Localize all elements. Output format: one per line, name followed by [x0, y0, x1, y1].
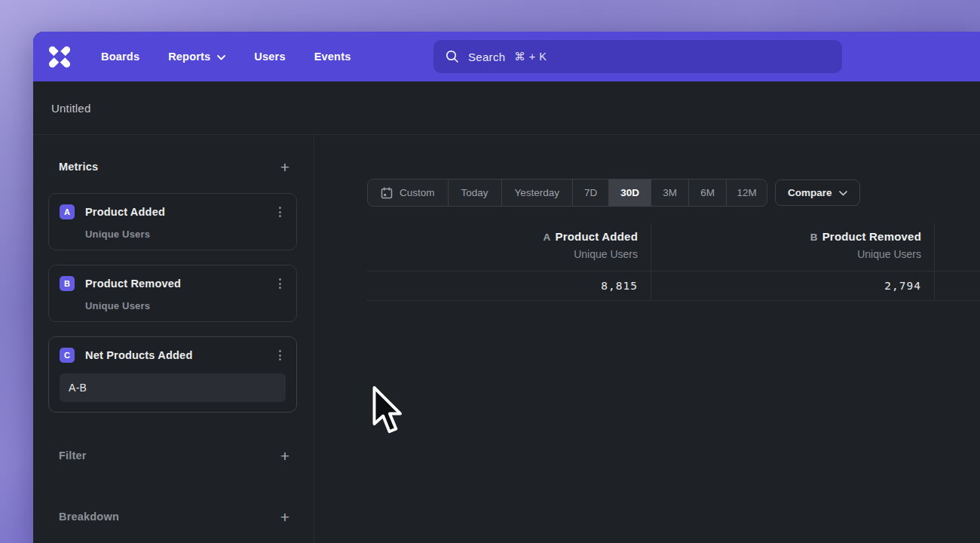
column-name: Product Removed	[822, 230, 921, 243]
add-metric-button[interactable]: +	[280, 159, 289, 175]
range-30d-button[interactable]: 30D	[608, 179, 651, 206]
page-header: Untitled	[33, 81, 980, 135]
add-filter-button[interactable]: +	[280, 448, 289, 464]
search-placeholder: Search	[468, 51, 505, 63]
query-sidebar: Metrics + A Product Added Unique Users B…	[33, 135, 314, 543]
range-today-button[interactable]: Today	[448, 179, 501, 206]
metric-menu-icon[interactable]	[274, 204, 286, 220]
range-7d-button[interactable]: 7D	[572, 179, 608, 206]
table-header-col-a[interactable]: AProduct Added Unique Users	[367, 223, 651, 271]
nav-item-label: Events	[314, 51, 351, 63]
mixpanel-logo-icon[interactable]	[48, 45, 71, 68]
range-3m-button[interactable]: 3M	[651, 179, 688, 206]
nav-item-label: Reports	[168, 51, 210, 63]
metric-letter-badge: A	[60, 204, 75, 219]
app-window: Boards Reports Users Events Search ⌘ + K	[33, 32, 980, 543]
page-title[interactable]: Untitled	[51, 102, 90, 115]
column-subtitle: Unique Users	[651, 248, 921, 260]
calendar-icon	[381, 187, 393, 199]
metrics-section-label: Metrics	[59, 161, 98, 173]
filter-section-label: Filter	[59, 449, 87, 462]
nav-item-label: Boards	[101, 51, 139, 63]
desktop-backdrop: Boards Reports Users Events Search ⌘ + K	[0, 0, 980, 543]
date-range-segmented-control: Custom Today Yesterday 7D 30D 3M 6M 12M	[367, 179, 767, 207]
table-value-col-b[interactable]: 2,794	[651, 271, 935, 301]
column-prefix: B	[810, 232, 818, 243]
breakdown-section-header: Breakdown +	[48, 505, 297, 529]
metric-menu-icon[interactable]	[274, 347, 286, 364]
range-custom-button[interactable]: Custom	[368, 179, 448, 206]
report-main-area: Custom Today Yesterday 7D 30D 3M 6M 12M …	[314, 135, 980, 543]
search-shortcut: ⌘ + K	[514, 51, 547, 63]
metrics-section-header: Metrics +	[48, 155, 297, 179]
metric-card-c[interactable]: C Net Products Added	[48, 336, 297, 413]
nav-item-boards[interactable]: Boards	[101, 51, 139, 63]
top-navbar: Boards Reports Users Events Search ⌘ + K	[33, 32, 980, 81]
date-toolbar: Custom Today Yesterday 7D 30D 3M 6M 12M …	[367, 179, 860, 207]
metric-letter-badge: C	[60, 348, 75, 363]
table-header-col-b[interactable]: BProduct Removed Unique Users	[651, 223, 935, 271]
metric-letter-badge: B	[60, 276, 75, 291]
filter-section-header: Filter +	[48, 443, 297, 468]
range-12m-button[interactable]: 12M	[726, 179, 767, 206]
range-yesterday-button[interactable]: Yesterday	[501, 179, 573, 206]
chevron-down-icon	[839, 191, 847, 196]
nav-item-users[interactable]: Users	[254, 51, 285, 63]
column-prefix: A	[544, 232, 551, 243]
column-subtitle: Unique Users	[367, 248, 638, 260]
table-value-spacer	[935, 271, 980, 301]
metric-name: Product Added	[85, 206, 165, 218]
metric-name: Net Products Added	[85, 349, 192, 361]
metric-measurement[interactable]: Unique Users	[85, 229, 286, 240]
metric-card-b[interactable]: B Product Removed Unique Users	[48, 265, 297, 322]
table-header-spacer	[935, 223, 980, 271]
chevron-down-icon	[217, 55, 225, 60]
column-name: Product Added	[555, 230, 638, 243]
nav-item-events[interactable]: Events	[314, 51, 351, 63]
range-6m-button[interactable]: 6M	[688, 179, 726, 206]
nav-items: Boards Reports Users Events	[101, 51, 351, 63]
metric-menu-icon[interactable]	[274, 275, 286, 292]
formula-input[interactable]	[60, 373, 286, 402]
nav-item-reports[interactable]: Reports	[168, 51, 225, 63]
metric-measurement[interactable]: Unique Users	[85, 300, 286, 311]
metrics-table: AProduct Added Unique Users BProduct Rem…	[367, 223, 980, 301]
table-value-col-a[interactable]: 8,815	[367, 271, 651, 301]
add-breakdown-button[interactable]: +	[280, 509, 289, 525]
compare-button[interactable]: Compare	[775, 179, 860, 206]
nav-item-label: Users	[254, 51, 285, 63]
metric-card-a[interactable]: A Product Added Unique Users	[48, 193, 297, 250]
breakdown-section-label: Breakdown	[59, 511, 119, 523]
metric-name: Product Removed	[85, 278, 181, 290]
search-icon	[446, 50, 459, 63]
search-input[interactable]: Search ⌘ + K	[433, 40, 842, 73]
